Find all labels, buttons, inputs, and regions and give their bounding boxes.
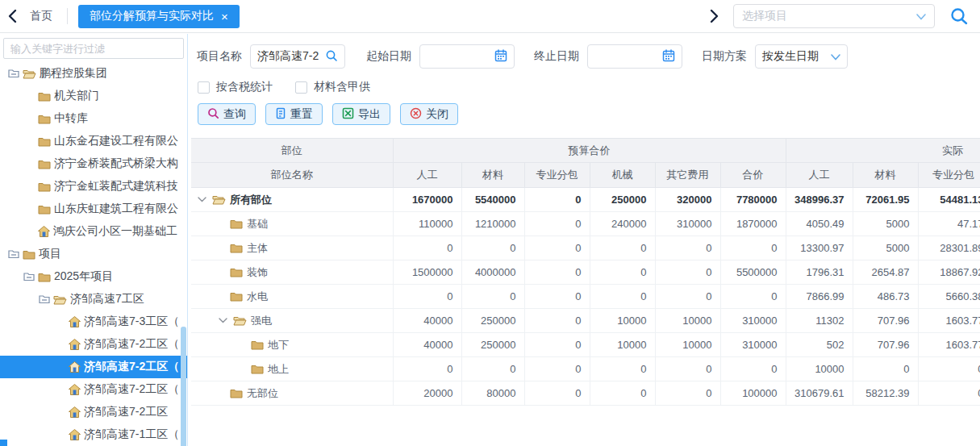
- table-row[interactable]: 水电0000007866.99486.735660.38: [191, 285, 980, 309]
- project-name-input[interactable]: [257, 50, 325, 63]
- tree-filter-input[interactable]: [3, 38, 184, 59]
- tree-item[interactable]: 济邹高速7-1工区（: [0, 423, 187, 446]
- tree-item[interactable]: 机关部门: [0, 85, 187, 107]
- part-name-cell: 水电: [191, 285, 393, 309]
- reset-button[interactable]: 重置: [265, 103, 323, 125]
- expander-icon[interactable]: [23, 272, 35, 281]
- value-cell: 54481.13: [918, 188, 980, 212]
- calendar-icon[interactable]: [494, 49, 507, 65]
- export-button[interactable]: 导出: [332, 103, 390, 125]
- project-select-placeholder: 选择项目: [742, 9, 916, 23]
- table-row[interactable]: 主体00000013300.97500028301.89: [191, 236, 980, 261]
- query-button[interactable]: 查询: [198, 103, 256, 125]
- value-cell: 4050.49: [786, 212, 853, 236]
- row-expander-icon[interactable]: [198, 197, 209, 202]
- tree-item[interactable]: 济邹高速7-2工区（: [0, 378, 187, 401]
- folder-icon: [251, 340, 264, 350]
- table-row[interactable]: 地上0000001000000: [191, 357, 980, 381]
- part-name-label: 所有部位: [230, 193, 272, 207]
- group-header-budget: 预算合价: [393, 139, 786, 163]
- forward-icon[interactable]: [710, 9, 719, 23]
- table-row[interactable]: 强电400002500000100001000031000011302707.9…: [191, 309, 980, 333]
- tree-item[interactable]: 济宁金桥装配式桥梁大构: [0, 152, 187, 175]
- tree-item[interactable]: 鹏程控股集团: [0, 62, 187, 85]
- value-cell: 1500000: [393, 261, 461, 285]
- end-date-field[interactable]: [587, 44, 682, 69]
- value-cell: 1670000: [393, 188, 461, 212]
- material-checkbox-box[interactable]: [295, 81, 307, 94]
- part-name-cell: 主体: [191, 236, 393, 261]
- col-part-name: 部位名称: [191, 163, 393, 188]
- tree-item[interactable]: 项目: [0, 243, 187, 265]
- horizontal-scrollbar[interactable]: [0, 440, 7, 446]
- expander-icon[interactable]: [8, 249, 19, 259]
- tree-item[interactable]: 济宁金虹装配式建筑科技: [0, 175, 187, 198]
- value-cell: 250000: [590, 188, 655, 212]
- project-name-label: 项目名称: [197, 49, 242, 64]
- project-select[interactable]: 选择项目: [733, 4, 935, 28]
- value-cell: 0: [655, 285, 720, 309]
- part-name-label: 装饰: [247, 265, 268, 280]
- field-search-icon[interactable]: [325, 49, 338, 65]
- part-name-cell: 地下: [191, 333, 393, 357]
- close-button[interactable]: 关闭: [400, 103, 458, 125]
- folder-icon: [23, 249, 35, 260]
- search-icon[interactable]: [949, 6, 969, 26]
- value-cell: 2654.87: [853, 261, 918, 285]
- value-cell: 0: [918, 381, 980, 406]
- tax-checkbox-box[interactable]: [198, 81, 210, 94]
- end-date-input[interactable]: [594, 50, 662, 63]
- tree-item[interactable]: 济邹高速7-2工区: [0, 401, 187, 423]
- tree-item[interactable]: 山东庆虹建筑工程有限公: [0, 198, 187, 220]
- material-checkbox[interactable]: 材料含甲供: [295, 80, 370, 94]
- start-date-field[interactable]: [419, 44, 515, 69]
- expander-icon[interactable]: [8, 69, 19, 78]
- tree-item[interactable]: 中转库: [0, 107, 187, 130]
- table-row[interactable]: 基础1100001210000024000031000018700004050.…: [191, 212, 980, 236]
- value-cell: 5000: [853, 236, 918, 261]
- tax-checkbox[interactable]: 按含税统计: [198, 80, 273, 94]
- tree-item-label: 济邹高速7-2工区（: [84, 337, 179, 352]
- back-icon[interactable]: [8, 9, 17, 23]
- tree-item-label: 山东金石建设工程有限公: [54, 134, 178, 148]
- tree-item[interactable]: 济邹高速7-3工区（: [0, 311, 187, 333]
- value-cell: 1210000: [461, 212, 524, 236]
- tab-active[interactable]: 部位分解预算与实际对比 ×: [78, 5, 240, 28]
- calendar-icon[interactable]: [662, 49, 675, 65]
- value-cell: 1796.31: [786, 261, 853, 285]
- tree-item[interactable]: 山东金石建设工程有限公: [0, 130, 187, 152]
- table-row[interactable]: 所有部位167000055400000250000320000778000034…: [191, 188, 980, 212]
- tree-item-label: 山东庆虹建筑工程有限公: [54, 202, 178, 216]
- row-expander-icon[interactable]: [219, 318, 230, 323]
- start-date-input[interactable]: [427, 50, 494, 63]
- value-cell: 486.73: [853, 285, 918, 309]
- tree-item[interactable]: 2025年项目: [0, 265, 187, 288]
- topbar-right: 选择项目: [710, 4, 969, 28]
- table-row[interactable]: 装饰1500000400000000055000001796.312654.87…: [191, 261, 980, 285]
- value-cell: 80000: [461, 381, 524, 406]
- value-cell: 10000: [655, 333, 720, 357]
- table-row[interactable]: 无部位2000080000000100000310679.6158212.390: [191, 381, 980, 406]
- tree-item-label: 济邹高速7工区: [70, 292, 144, 306]
- expander-icon[interactable]: [39, 294, 50, 304]
- tree-item[interactable]: 济邹高速7-2工区（: [0, 356, 187, 378]
- value-cell: 5500000: [720, 261, 786, 285]
- tab-close-icon[interactable]: ×: [221, 10, 228, 23]
- table-row[interactable]: 地下4000025000001000010000310000502707.961…: [191, 333, 980, 357]
- home-icon: [69, 406, 81, 418]
- close-circle-icon: [410, 107, 422, 122]
- home-icon: [69, 429, 81, 440]
- value-cell: 502: [786, 333, 853, 357]
- vertical-scrollbar[interactable]: [181, 327, 186, 446]
- tab-home[interactable]: 首页: [30, 9, 52, 23]
- project-name-field[interactable]: [250, 44, 345, 69]
- tree-item[interactable]: 鸿庆公司小区一期基础工: [0, 220, 187, 243]
- folder-icon: [38, 272, 51, 282]
- col-actual-labor: 人工: [786, 163, 853, 188]
- value-cell: 0: [524, 381, 590, 406]
- tree-item[interactable]: 济邹高速7工区: [0, 288, 187, 311]
- value-cell: 40000: [393, 309, 461, 333]
- date-scheme-select[interactable]: 按发生日期: [755, 44, 848, 69]
- checkbox-row: 按含税统计 材料含甲供: [198, 80, 980, 94]
- tree-item[interactable]: 济邹高速7-2工区（: [0, 333, 187, 356]
